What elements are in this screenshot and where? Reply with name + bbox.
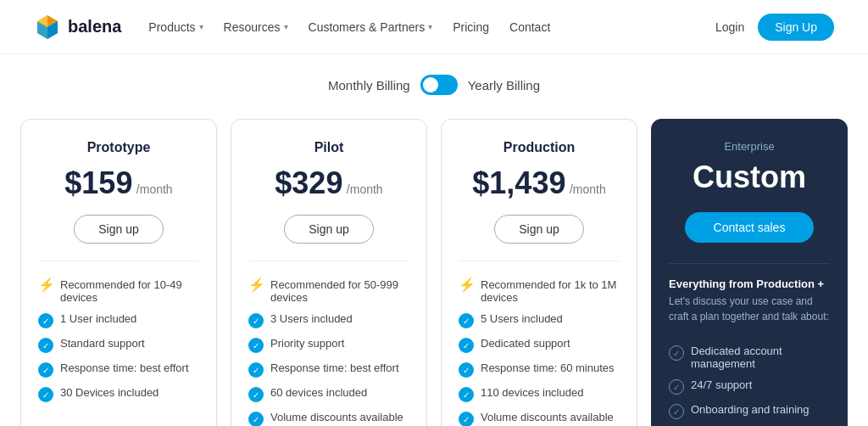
everything-from: Everything from Production + Let's discu…: [669, 277, 830, 331]
list-item: ✓ Response time: 60 minutes: [459, 362, 620, 378]
feature-list-production: ⚡ Recommended for 1k to 1M devices ✓ 5 U…: [459, 278, 620, 426]
signup-production-button[interactable]: Sign up: [494, 215, 583, 244]
logo-icon: [34, 14, 61, 41]
check-icon: ✓: [669, 379, 684, 395]
logo-text: balena: [68, 17, 121, 36]
list-item: ⚡ Recommended for 50-999 devices: [248, 278, 409, 304]
list-item: ✓ 5 Users included: [459, 312, 620, 328]
check-icon: ✓: [248, 412, 264, 426]
plan-card-pilot: Pilot $329 /month Sign up ⚡ Recommended …: [231, 119, 427, 426]
check-icon: ✓: [248, 387, 264, 402]
plan-name-production: Production: [459, 140, 620, 155]
feature-list-enterprise: ✓ Dedicated account management ✓ 24/7 su…: [669, 345, 830, 426]
check-icon: ✓: [38, 387, 53, 402]
monthly-billing-label: Monthly Billing: [328, 78, 410, 92]
check-icon: ✓: [669, 404, 684, 419]
navbar: balena Products ▾ Resources ▾ Customers …: [0, 0, 868, 54]
lightning-icon: ⚡: [459, 278, 474, 292]
pricing-container: Prototype $159 /month Sign up ⚡ Recommen…: [0, 112, 868, 426]
signup-pilot-button[interactable]: Sign up: [284, 215, 373, 244]
check-icon: ✓: [248, 338, 264, 353]
check-icon: ✓: [38, 313, 53, 328]
list-item: ✓ Onboarding and training: [669, 403, 830, 419]
nav-links: Products ▾ Resources ▾ Customers & Partn…: [148, 20, 715, 34]
check-icon: ✓: [459, 362, 474, 378]
check-icon: ✓: [459, 412, 474, 426]
feature-list-prototype: ⚡ Recommended for 10-49 devices ✓ 1 User…: [38, 278, 199, 402]
list-item: ✓ 30 Devices included: [38, 386, 199, 402]
billing-toggle[interactable]: [420, 75, 458, 95]
enterprise-custom-label: Custom: [669, 160, 830, 195]
plan-card-prototype: Prototype $159 /month Sign up ⚡ Recommen…: [20, 119, 217, 426]
nav-pricing[interactable]: Pricing: [453, 20, 489, 34]
feature-list-pilot: ⚡ Recommended for 50-999 devices ✓ 3 Use…: [248, 278, 409, 426]
everything-from-title: Everything from Production +: [669, 277, 830, 290]
signup-prototype-button[interactable]: Sign up: [74, 215, 163, 244]
yearly-billing-label: Yearly Billing: [468, 78, 540, 92]
list-item: ✓ Response time: best effort: [248, 362, 409, 378]
list-item: ✓ 110 devices included: [459, 386, 620, 402]
chevron-down-icon: ▾: [199, 22, 203, 31]
nav-customers-partners[interactable]: Customers & Partners ▾: [309, 20, 433, 34]
plan-price-production: $1,439 /month: [459, 165, 620, 201]
list-item: ✓ Standard support: [38, 337, 199, 353]
plan-price-prototype: $159 /month: [38, 165, 199, 201]
lightning-icon: ⚡: [38, 278, 53, 292]
list-item: ✓ Response time: best effort: [38, 362, 199, 378]
list-item: ✓ Volume discounts available: [459, 411, 620, 426]
check-icon: ✓: [248, 362, 264, 378]
check-icon: ✓: [248, 313, 264, 328]
chevron-down-icon: ▾: [284, 22, 288, 31]
list-item: ✓ 24/7 support: [669, 378, 830, 395]
price-period-prototype: /month: [136, 182, 173, 196]
contact-sales-button[interactable]: Contact sales: [685, 212, 814, 243]
lightning-icon: ⚡: [248, 278, 264, 292]
list-item: ✓ Volume discounts available: [248, 411, 409, 426]
plan-card-enterprise: Enterprise Custom Contact sales Everythi…: [651, 119, 848, 426]
price-amount-pilot: $329: [275, 165, 342, 200]
plan-name-pilot: Pilot: [248, 140, 409, 155]
signup-button[interactable]: Sign Up: [758, 14, 834, 41]
list-item: ✓ Dedicated support: [459, 337, 620, 353]
list-item: ✓ Dedicated account management: [669, 345, 830, 370]
nav-products[interactable]: Products ▾: [148, 20, 203, 34]
check-icon: ✓: [459, 387, 474, 402]
plan-card-production: Production $1,439 /month Sign up ⚡ Recom…: [441, 119, 637, 426]
list-item: ✓ 3 Users included: [248, 312, 409, 328]
plan-name-prototype: Prototype: [38, 140, 199, 155]
nav-contact[interactable]: Contact: [509, 20, 550, 34]
check-icon: ✓: [38, 338, 53, 353]
logo[interactable]: balena: [34, 14, 121, 41]
list-item: ✓ 60 devices included: [248, 386, 409, 402]
divider: [38, 261, 199, 261]
login-button[interactable]: Login: [715, 20, 744, 34]
nav-resources[interactable]: Resources ▾: [224, 20, 288, 34]
price-period-production: /month: [570, 182, 606, 196]
check-icon: ✓: [38, 362, 53, 378]
price-amount-prototype: $159: [64, 165, 132, 200]
check-icon: ✓: [459, 338, 474, 353]
plan-price-pilot: $329 /month: [248, 165, 409, 201]
everything-from-desc: Let's discuss your use case and craft a …: [669, 294, 830, 324]
billing-toggle-section: Monthly Billing Yearly Billing: [0, 54, 868, 112]
divider: [459, 261, 620, 261]
list-item: ⚡ Recommended for 1k to 1M devices: [459, 278, 620, 304]
price-period-pilot: /month: [347, 182, 383, 196]
list-item: ✓ Priority support: [248, 337, 409, 353]
divider: [248, 261, 409, 261]
nav-right: Login Sign Up: [715, 14, 834, 41]
chevron-down-icon: ▾: [428, 22, 432, 31]
list-item: ⚡ Recommended for 10-49 devices: [38, 278, 199, 304]
divider-dark: [669, 263, 830, 264]
price-amount-production: $1,439: [472, 165, 565, 200]
list-item: ✓ 1 User included: [38, 312, 199, 328]
toggle-knob: [423, 77, 438, 92]
check-icon: ✓: [459, 313, 474, 328]
plan-name-enterprise: Enterprise: [669, 140, 830, 153]
check-icon: ✓: [669, 345, 684, 361]
